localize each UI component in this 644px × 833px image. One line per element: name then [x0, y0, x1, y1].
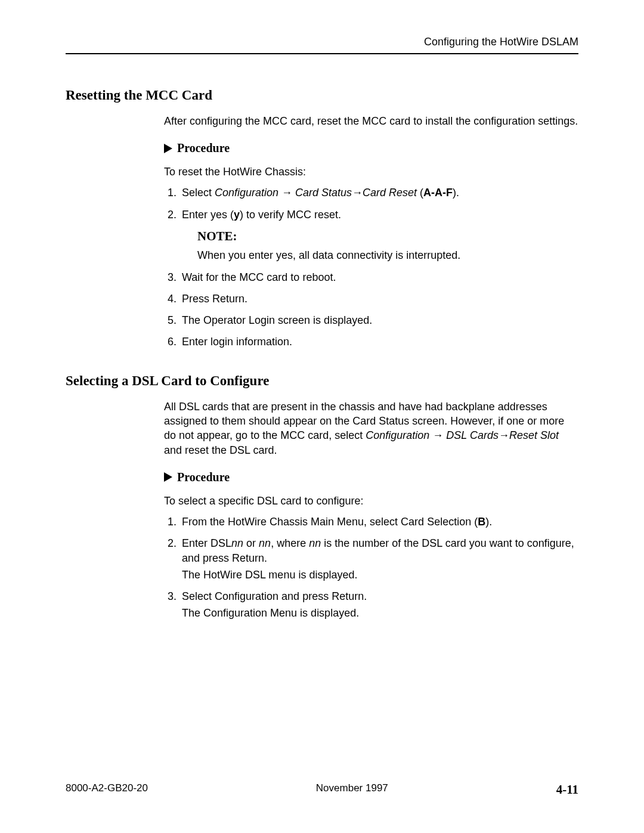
list-item: The Operator Login screen is displayed. — [179, 313, 578, 327]
list-item: Wait for the MCC card to reboot. — [179, 270, 578, 284]
procedure-heading-1: Procedure — [164, 141, 578, 155]
note-title: NOTE: — [197, 228, 578, 244]
page-footer: 8000-A2-GB20-20 November 1997 4-11 — [66, 782, 578, 797]
section1-intro: After configuring the MCC card, reset th… — [164, 114, 578, 128]
procedure-label: Procedure — [177, 470, 230, 484]
list-item: Enter DSLnn or nn, where nn is the numbe… — [179, 536, 578, 582]
page: Configuring the HotWire DSLAM Resetting … — [0, 0, 644, 833]
list-item: Select Configuration → Card Status→Card … — [179, 185, 578, 200]
triangle-right-icon — [164, 472, 172, 482]
step-text: Enter yes ( — [182, 209, 234, 221]
menu-path: Configuration → DSL Cards→Reset Slot — [366, 429, 559, 441]
procedure2-intro: To select a specific DSL card to configu… — [164, 495, 578, 507]
list-item: Press Return. — [179, 292, 578, 306]
section2-intro: All DSL cards that are present in the ch… — [164, 400, 578, 457]
procedure1-intro: To reset the HotWire Chassis: — [164, 166, 578, 178]
section-heading-reset-mcc: Resetting the MCC Card — [66, 88, 578, 103]
list-item: From the HotWire Chassis Main Menu, sele… — [179, 515, 578, 529]
step-text: From the HotWire Chassis Main Menu, sele… — [182, 516, 478, 528]
key-code: A-A-F — [423, 187, 453, 199]
triangle-right-icon — [164, 144, 172, 153]
step-text: ( — [417, 187, 423, 199]
step-text: or — [243, 537, 259, 549]
page-number: 4-11 — [556, 782, 578, 797]
step-result: The Configuration Menu is displayed. — [182, 606, 578, 620]
step-text: Enter DSL — [182, 537, 231, 549]
menu-path: Configuration → Card Status→Card Reset — [215, 187, 417, 199]
step-text: Select Configuration and press Return. — [182, 590, 367, 602]
key-code: B — [478, 516, 485, 528]
step-result: The HotWire DSL menu is displayed. — [182, 568, 578, 582]
variable: nn — [309, 537, 321, 549]
procedure-heading-2: Procedure — [164, 470, 578, 484]
procedure-label: Procedure — [177, 141, 230, 155]
step-text: ) to verify MCC reset. — [240, 209, 341, 221]
list-item: Enter yes (y) to verify MCC reset. NOTE:… — [179, 208, 578, 263]
note-body: When you enter yes, all data connectivit… — [197, 248, 578, 262]
doc-id: 8000-A2-GB20-20 — [66, 782, 148, 797]
intro-text: and reset the DSL card. — [164, 444, 277, 456]
section-heading-select-dsl: Selecting a DSL Card to Configure — [66, 373, 578, 389]
header-rule — [66, 53, 578, 54]
step-text: , where — [271, 537, 309, 549]
procedure1-steps: Select Configuration → Card Status→Card … — [164, 185, 578, 349]
list-item: Enter login information. — [179, 335, 578, 349]
running-header: Configuring the HotWire DSLAM — [66, 36, 578, 53]
note-block: NOTE: When you enter yes, all data conne… — [197, 228, 578, 263]
step-text: ). — [453, 187, 459, 199]
step-text: ). — [485, 516, 492, 528]
list-item: Select Configuration and press Return. T… — [179, 589, 578, 621]
step-text: Select — [182, 187, 215, 199]
variable: nn — [259, 537, 271, 549]
footer-date: November 1997 — [316, 782, 388, 797]
key-code: y — [234, 209, 240, 221]
variable: nn — [231, 537, 243, 549]
procedure2-steps: From the HotWire Chassis Main Menu, sele… — [164, 515, 578, 621]
